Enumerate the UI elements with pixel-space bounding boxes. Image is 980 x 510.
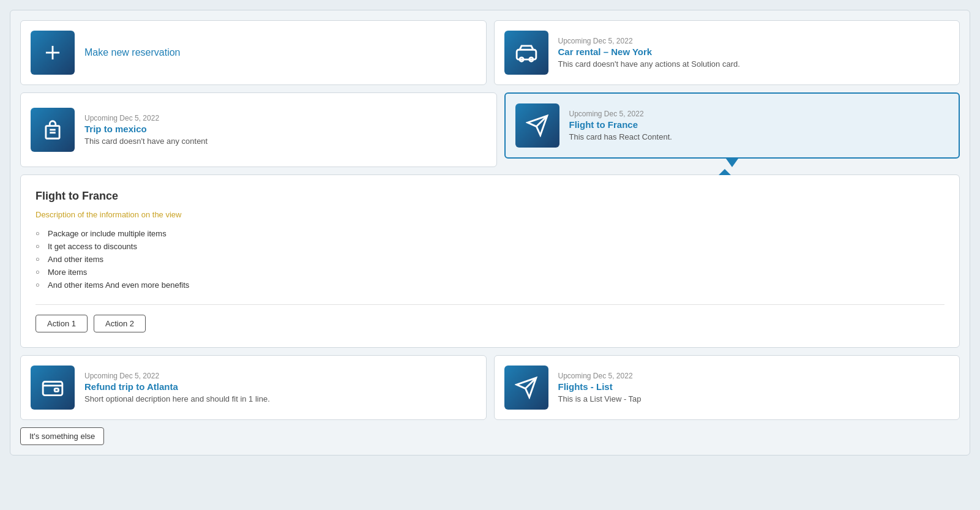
flight-france-card[interactable]: Upcoming Dec 5, 2022 Flight to France Th… [504, 92, 960, 159]
list-item: More items [36, 268, 944, 277]
refund-atlanta-card[interactable]: Upcoming Dec 5, 2022 Refund trip to Atla… [20, 355, 487, 420]
flight-france-desc: This card has React Content. [569, 132, 672, 141]
list-item: Package or include multiple items [36, 229, 944, 238]
refund-upcoming: Upcoming Dec 5, 2022 [84, 372, 270, 380]
make-reservation-card[interactable]: Make new reservation [20, 20, 487, 85]
top-row: Make new reservation Upcoming Dec 5, 202… [20, 20, 960, 85]
flight-france-upcoming: Upcoming Dec 5, 2022 [569, 110, 672, 118]
trip-mexico-title: Trip to mexico [84, 124, 208, 134]
flights-list-content: Upcoming Dec 5, 2022 Flights - List This… [558, 372, 641, 403]
list-item: And other items And even more benefits [36, 280, 944, 290]
expanded-title: Flight to France [36, 190, 944, 203]
dropdown-caret-icon [725, 159, 739, 167]
action-buttons-container: Action 1 Action 2 [36, 304, 944, 332]
main-container: Make new reservation Upcoming Dec 5, 202… [10, 10, 970, 456]
car-rental-content: Upcoming Dec 5, 2022 Car rental – New Yo… [558, 37, 740, 69]
expanded-list: Package or include multiple items It get… [36, 229, 944, 290]
car-icon [515, 41, 538, 64]
refund-desc: Short optional decription here and shoul… [84, 394, 270, 403]
refund-atlanta-content: Upcoming Dec 5, 2022 Refund trip to Atla… [84, 372, 270, 403]
bottom-row: Upcoming Dec 5, 2022 Refund trip to Atla… [20, 355, 960, 420]
car-rental-card[interactable]: Upcoming Dec 5, 2022 Car rental – New Yo… [494, 20, 960, 85]
luggage-icon [41, 118, 64, 141]
svg-rect-10 [54, 389, 58, 392]
plane-icon [526, 114, 549, 137]
car-rental-title: Car rental – New York [558, 47, 740, 57]
expanded-desc: Description of the information on the vi… [36, 210, 944, 219]
wallet-icon [41, 376, 64, 399]
svg-rect-9 [43, 382, 62, 396]
list-item: It get access to discounts [36, 242, 944, 251]
car-rental-upcoming: Upcoming Dec 5, 2022 [558, 37, 740, 45]
plus-icon-container [31, 31, 75, 75]
svg-marker-8 [726, 159, 738, 167]
bottom-actions: It's something else [20, 427, 960, 445]
car-rental-desc: This card doesn't have any actions at So… [558, 59, 740, 69]
car-icon-container [504, 31, 548, 75]
flights-list-desc: This is a List View - Tap [558, 394, 641, 403]
flight-france-wrapper: Upcoming Dec 5, 2022 Flight to France Th… [504, 92, 960, 167]
flights-list-plane-icon [515, 376, 538, 399]
something-else-button[interactable]: It's something else [20, 427, 104, 445]
flights-list-icon-container [504, 366, 548, 410]
luggage-icon-container [31, 108, 75, 152]
action2-button[interactable]: Action 2 [94, 315, 146, 332]
plus-icon [41, 41, 64, 64]
trip-mexico-upcoming: Upcoming Dec 5, 2022 [84, 114, 208, 122]
expanded-panel: Flight to France Description of the info… [20, 174, 960, 348]
plane-icon-container [515, 103, 559, 148]
wallet-icon-container [31, 366, 75, 410]
second-row: Upcoming Dec 5, 2022 Trip to mexico This… [20, 92, 960, 167]
trip-mexico-card[interactable]: Upcoming Dec 5, 2022 Trip to mexico This… [20, 92, 497, 167]
flight-france-title: Flight to France [569, 119, 672, 130]
caret-container [504, 159, 960, 167]
trip-mexico-content: Upcoming Dec 5, 2022 Trip to mexico This… [84, 114, 208, 146]
flight-france-content: Upcoming Dec 5, 2022 Flight to France Th… [569, 110, 672, 141]
flights-list-upcoming: Upcoming Dec 5, 2022 [558, 372, 641, 380]
trip-mexico-desc: This card doesn't have any content [84, 137, 208, 146]
refund-title: Refund trip to Atlanta [84, 381, 270, 392]
action1-button[interactable]: Action 1 [36, 315, 88, 332]
flights-list-card[interactable]: Upcoming Dec 5, 2022 Flights - List This… [494, 355, 960, 420]
flights-list-title: Flights - List [558, 381, 641, 392]
make-reservation-title: Make new reservation [84, 47, 181, 58]
list-item: And other items [36, 255, 944, 264]
